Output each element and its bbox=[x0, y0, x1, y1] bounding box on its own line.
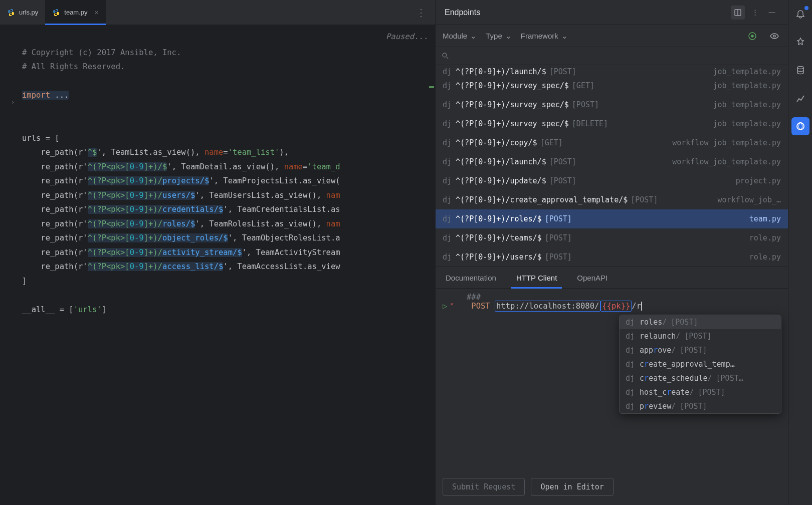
notifications-icon[interactable] bbox=[791, 5, 809, 23]
svg-point-7 bbox=[797, 67, 803, 69]
endpoint-path: ^(?P[0-9]+)/update/$ bbox=[456, 176, 546, 185]
endpoint-path: ^(?P[0-9]+)/survey_spec/$ bbox=[456, 81, 569, 90]
framework-badge: dj bbox=[443, 81, 452, 90]
endpoint-file: job_template.py bbox=[713, 67, 781, 76]
open-in-editor-button[interactable]: Open in Editor bbox=[531, 478, 613, 496]
search-input[interactable] bbox=[453, 52, 782, 60]
request-separator: ### bbox=[467, 293, 481, 302]
endpoint-file: workflow_job_… bbox=[718, 195, 781, 204]
panel-title: Endpoints bbox=[445, 8, 728, 17]
svg-point-4 bbox=[773, 35, 775, 37]
endpoint-file: workflow_job_template.py bbox=[672, 157, 781, 166]
run-icon[interactable]: ▷ bbox=[443, 302, 447, 311]
tab-overflow-menu[interactable]: ⋮ bbox=[407, 7, 435, 19]
http-url-host[interactable]: http://localhost:8080/ bbox=[495, 301, 600, 312]
minimize-icon[interactable]: — bbox=[765, 6, 779, 20]
debugger-status: Paused... bbox=[386, 32, 428, 41]
submit-request-button[interactable]: Submit Request bbox=[443, 478, 525, 496]
endpoint-path: ^(?P[0-9]+)/survey_spec/$ bbox=[456, 119, 569, 128]
completion-item[interactable]: djapprove/[POST] bbox=[620, 343, 781, 357]
completion-item[interactable]: djpreview/[POST] bbox=[620, 399, 781, 413]
endpoint-method: [POST] bbox=[572, 100, 599, 109]
http-url-param[interactable]: {{pk}} bbox=[600, 301, 632, 312]
endpoint-row[interactable]: dj^(?P[0-9]+)/update/$[POST]project.py bbox=[436, 171, 788, 190]
endpoint-method: [GET] bbox=[572, 81, 594, 90]
code-editor[interactable]: › # Copyright (c) 2017 Ansible, Inc. # A… bbox=[0, 25, 435, 505]
editor-gutter: › bbox=[0, 25, 22, 505]
endpoint-row[interactable]: dj^(?P[0-9]+)/launch/$[POST]job_template… bbox=[436, 65, 788, 76]
completion-popup[interactable]: djroles/[POST]djrelaunch/[POST]djapprove… bbox=[619, 315, 781, 414]
framework-badge: dj bbox=[443, 100, 452, 109]
endpoint-file: project.py bbox=[736, 176, 781, 185]
endpoint-method: [POST] bbox=[549, 176, 576, 185]
endpoint-row[interactable]: dj^(?P[0-9]+)/survey_spec/$[GET]job_temp… bbox=[436, 76, 788, 95]
fold-arrow-icon[interactable]: › bbox=[11, 99, 15, 106]
endpoint-row[interactable]: dj^(?P[0-9]+)/users/$[POST]role.py bbox=[436, 247, 788, 267]
endpoint-method: [POST] bbox=[549, 157, 576, 166]
python-icon bbox=[7, 9, 15, 17]
eye-icon[interactable] bbox=[768, 31, 781, 41]
completion-item[interactable]: djhost_create/[POST] bbox=[620, 385, 781, 399]
file-tab-team[interactable]: team.py × bbox=[45, 0, 105, 25]
http-url-tail: /r bbox=[632, 302, 641, 311]
endpoint-file: job_template.py bbox=[713, 81, 781, 90]
database-icon[interactable] bbox=[791, 61, 809, 79]
http-method: POST bbox=[471, 302, 490, 311]
detail-tabs: DocumentationHTTP ClientOpenAPI bbox=[436, 267, 788, 289]
tab-label: team.py bbox=[64, 9, 87, 16]
endpoint-method: [POST] bbox=[545, 252, 572, 262]
right-toolbar bbox=[788, 0, 812, 505]
completion-item[interactable]: djcreate_approval_temp… bbox=[620, 357, 781, 371]
endpoint-file: team.py bbox=[749, 214, 781, 223]
endpoint-row[interactable]: dj^(?P[0-9]+)/create_approval_template/$… bbox=[436, 190, 788, 209]
endpoint-row[interactable]: dj^(?P[0-9]+)/survey_spec/$[DELETE]job_t… bbox=[436, 114, 788, 133]
editor-tabs: urls.py team.py × ⋮ bbox=[0, 0, 435, 25]
endpoints-list: dj^(?P[0-9]+)/launch/$[POST]job_template… bbox=[436, 65, 788, 267]
filter-framework[interactable]: Framework⌄ bbox=[521, 32, 568, 41]
file-tab-urls[interactable]: urls.py bbox=[0, 0, 45, 25]
search-icon bbox=[442, 52, 449, 60]
framework-badge: dj bbox=[443, 157, 452, 166]
close-icon[interactable]: × bbox=[92, 9, 99, 17]
ai-icon[interactable] bbox=[791, 33, 809, 51]
chart-icon[interactable] bbox=[791, 89, 809, 107]
endpoint-method: [DELETE] bbox=[572, 119, 608, 128]
endpoint-method: [POST] bbox=[631, 195, 658, 204]
endpoint-path: ^(?P[0-9]+)/launch/$ bbox=[456, 67, 546, 76]
framework-badge: dj bbox=[443, 195, 452, 204]
endpoint-method: [POST] bbox=[545, 233, 572, 242]
endpoint-row[interactable]: dj^(?P[0-9]+)/roles/$[POST]team.py bbox=[436, 209, 788, 228]
endpoint-row[interactable]: dj^(?P[0-9]+)/copy/$[GET]workflow_job_te… bbox=[436, 133, 788, 152]
python-icon bbox=[52, 9, 60, 17]
endpoint-path: ^(?P[0-9]+)/survey_spec/$ bbox=[456, 100, 569, 109]
detail-tab[interactable]: OpenAPI bbox=[567, 267, 618, 288]
layout-icon[interactable] bbox=[731, 6, 745, 20]
endpoint-row[interactable]: dj^(?P[0-9]+)/launch/$[POST]workflow_job… bbox=[436, 152, 788, 171]
svg-point-5 bbox=[443, 53, 447, 57]
framework-badge: dj bbox=[443, 176, 452, 185]
endpoint-path: ^(?P[0-9]+)/copy/$ bbox=[456, 138, 537, 147]
framework-badge: dj bbox=[443, 214, 452, 223]
svg-line-6 bbox=[447, 57, 448, 59]
error-icon: ✕ bbox=[450, 301, 453, 307]
svg-point-3 bbox=[751, 35, 753, 37]
endpoint-file: role.py bbox=[749, 233, 781, 242]
completion-item[interactable]: djroles/[POST] bbox=[620, 315, 781, 329]
endpoint-path: ^(?P[0-9]+)/create_approval_template/$ bbox=[456, 195, 628, 204]
framework-badge: dj bbox=[443, 67, 452, 76]
http-client-area[interactable]: ### ▷✕ POST http://localhost:8080/{{pk}}… bbox=[436, 289, 788, 505]
services-icon[interactable] bbox=[746, 32, 759, 41]
detail-tab[interactable]: HTTP Client bbox=[506, 267, 567, 288]
filter-type[interactable]: Type⌄ bbox=[486, 32, 512, 41]
completion-item[interactable]: djrelaunch/[POST] bbox=[620, 329, 781, 343]
endpoint-row[interactable]: dj^(?P[0-9]+)/survey_spec/$[POST]job_tem… bbox=[436, 95, 788, 114]
framework-badge: dj bbox=[443, 138, 452, 147]
filter-module[interactable]: Module⌄ bbox=[443, 32, 477, 41]
tab-label: urls.py bbox=[19, 9, 38, 16]
completion-item[interactable]: djcreate_schedule/[POST… bbox=[620, 371, 781, 385]
detail-tab[interactable]: Documentation bbox=[436, 267, 506, 288]
endpoint-path: ^(?P[0-9]+)/users/$ bbox=[456, 252, 542, 262]
endpoint-row[interactable]: dj^(?P[0-9]+)/teams/$[POST]role.py bbox=[436, 228, 788, 247]
endpoints-icon[interactable] bbox=[791, 117, 809, 135]
kebab-icon[interactable]: ⋮ bbox=[748, 6, 762, 20]
